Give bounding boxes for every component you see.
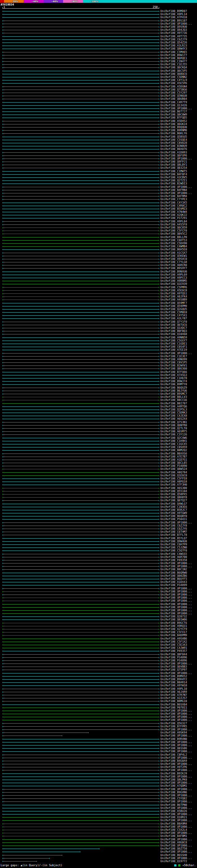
- hit-row: UniRef100_A9YW10: [0, 684, 197, 687]
- hit-label: UniRef100_A6SM75: [160, 430, 187, 433]
- hit-line-start-tick: [2, 820, 3, 821]
- hit-row: UniRef100_B3N8U9: [0, 145, 197, 148]
- hit-row: UniRef100_A1D7G1: [0, 458, 197, 461]
- hit-line-start-tick: [2, 651, 3, 652]
- hit-line-start-tick: [2, 280, 3, 281]
- hit-line-start-tick: [2, 547, 3, 548]
- hit-row: UniRef100_UP1000...: [0, 775, 197, 778]
- hit-line-end-tick: [159, 230, 159, 231]
- hit-row: UniRef100_UP1000...: [0, 712, 197, 715]
- hit-line: [2, 635, 159, 636]
- hit-label: UniRef100_B9MX52: [160, 675, 187, 677]
- hit-row: UniRef100_A8JFK4: [0, 295, 197, 298]
- hit-line: [2, 742, 159, 742]
- hit-line: [2, 855, 62, 856]
- hit-line: [2, 334, 159, 334]
- hit-row: UniRef100_C5FFE8: [0, 477, 197, 480]
- hit-line-start-tick: [2, 848, 3, 849]
- hit-line: [2, 90, 159, 90]
- hit-line-start-tick: [2, 73, 3, 74]
- hit-line-start-tick: [2, 372, 3, 373]
- hit-row: UniRef100_B9RNM0: [0, 129, 197, 132]
- hit-line-start-tick: [2, 450, 3, 451]
- hit-line: [2, 121, 159, 121]
- hit-label: UniRef100_B6T7J7: [160, 110, 187, 113]
- hit-line-end-tick: [159, 412, 159, 413]
- hit-line: [2, 457, 159, 457]
- hit-line: [2, 789, 159, 789]
- hit-line-end-tick: [159, 190, 159, 191]
- hit-row: UniRef100_A8PQ18: [0, 480, 197, 483]
- hit-line: [2, 839, 159, 840]
- hit-label: UniRef100_C6ZJY8: [160, 524, 187, 527]
- hit-line-end-tick: [159, 337, 159, 338]
- hit-row: UniRef100_C4R8C2: [0, 204, 197, 207]
- hit-row: UniRef100_B8I707: [0, 402, 197, 405]
- hit-label: UniRef100_A2ZJS7: [160, 697, 187, 700]
- hit-line-start-tick: [2, 801, 3, 802]
- hit-row: UniRef100_B5YLQ7: [0, 537, 197, 540]
- hit-line-start-tick: [2, 836, 3, 837]
- hit-line-end-tick: [159, 331, 159, 332]
- hit-row: UniRef100_Q2TLT0: [0, 427, 197, 430]
- hit-row: UniRef100_Q75BG6: [0, 88, 197, 91]
- hit-line-end-tick: [159, 751, 159, 752]
- hit-row: UniRef100_B6TPN0: [0, 803, 197, 806]
- hit-line: [2, 372, 159, 372]
- hit-line-start-tick: [2, 591, 3, 592]
- hit-line: [2, 344, 159, 344]
- hit-line-end-tick: [88, 732, 89, 733]
- hit-line-start-tick: [2, 86, 3, 87]
- hit-line-end-tick: [159, 554, 159, 555]
- hit-label: UniRef100_Q6CL05: [160, 462, 187, 464]
- hit-label: UniRef100_Q2CXW6: [160, 436, 187, 439]
- hit-row: UniRef100_A5E5P6: [0, 82, 197, 85]
- hit-line-start-tick: [2, 143, 3, 144]
- hit-line-start-tick: [2, 456, 3, 457]
- hit-row: UniRef100_Q0F044: [0, 652, 197, 655]
- blast-hit-overview: 20%~40%~60%~80%~100% AY419934 1 250 UniR…: [0, 0, 197, 868]
- hit-line-end-tick: [159, 811, 159, 812]
- hit-label: UniRef100_P37291: [160, 217, 187, 220]
- hit-line-start-tick: [2, 55, 3, 56]
- hit-line-start-tick: [2, 723, 3, 724]
- hit-label: UniRef100_B3N8U9: [160, 145, 187, 148]
- hit-line: [2, 397, 159, 397]
- hit-label: UniRef100_B8M2Q2: [160, 449, 187, 452]
- hit-row: UniRef100_UP1000...: [0, 662, 197, 665]
- hit-line-end-tick: [159, 262, 159, 262]
- hit-row: UniRef100_Q5KEW1: [0, 254, 197, 257]
- hit-line: [2, 795, 159, 796]
- hit-row: UniRef100_A9PL14: [0, 12, 197, 16]
- hit-row: UniRef100_Q6BQC6: [0, 72, 197, 75]
- hit-line-end-tick: [159, 425, 159, 426]
- hit-line-start-tick: [2, 149, 3, 150]
- hit-line-start-tick: [2, 833, 3, 834]
- hit-line-end-tick: [159, 591, 159, 592]
- hit-row: UniRef100_B4G0A9: [0, 759, 197, 763]
- hit-label: UniRef100_C5DRK3: [160, 411, 187, 414]
- hit-row: UniRef100_C4JEX8: [0, 414, 197, 417]
- hit-line-end-tick: [159, 798, 159, 799]
- hit-row: UniRef100_B9QQU0: [0, 126, 197, 129]
- hit-line: [2, 861, 37, 862]
- hit-line: [2, 689, 159, 689]
- hit-line-start-tick: [2, 814, 3, 815]
- hit-label: UniRef100_B9RNM0: [160, 129, 187, 132]
- hit-line: [2, 526, 159, 526]
- hit-label: UniRef100_Q75BG6: [160, 88, 187, 91]
- hit-line-start-tick: [2, 331, 3, 332]
- hit-label: UniRef100_B7FQD5: [160, 116, 187, 119]
- hit-line-start-tick: [2, 133, 3, 134]
- hit-line: [2, 666, 159, 667]
- hit-line-start-tick: [2, 619, 3, 620]
- hit-row: UniRef100_A3LRJ3: [0, 44, 197, 47]
- hit-line: [2, 99, 159, 99]
- hit-line-start-tick: [2, 629, 3, 630]
- hit-line-start-tick: [2, 155, 3, 156]
- hit-row: UniRef100_A9SVB6: [0, 637, 197, 640]
- hit-label: UniRef100_A6R700: [160, 555, 187, 558]
- hit-line: [2, 253, 159, 253]
- hit-line: [2, 221, 159, 222]
- hit-label: UniRef100_A5BU26: [160, 809, 187, 812]
